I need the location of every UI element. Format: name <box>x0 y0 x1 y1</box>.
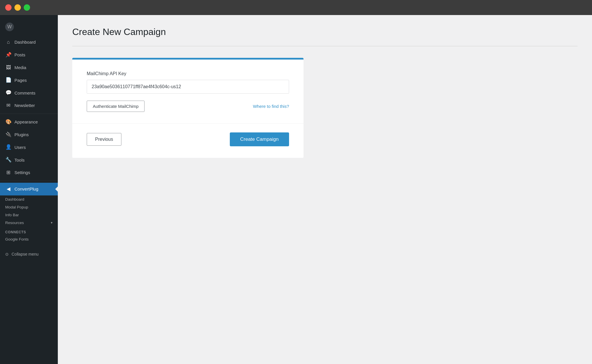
sidebar-item-comments[interactable]: 💬 Comments <box>0 86 58 99</box>
title-divider <box>72 46 578 46</box>
comments-icon: 💬 <box>5 89 12 96</box>
plugins-icon: 🔌 <box>5 131 12 138</box>
sidebar-item-tools[interactable]: 🔧 Tools <box>0 154 58 166</box>
sidebar-item-convertplug[interactable]: ◀ ConvertPlug <box>0 183 58 195</box>
campaign-card: MailChimp API Key Authenticate MailChimp… <box>72 58 304 158</box>
sidebar-divider-2 <box>0 181 58 181</box>
sidebar-item-settings[interactable]: ⊞ Settings <box>0 166 58 179</box>
app-container: W ⌂ Dashboard 📌 Posts 🖼 Media 📄 Pages 💬 … <box>0 15 592 364</box>
sub-label: Google Fonts <box>5 237 29 241</box>
sub-label: Resources <box>5 221 24 225</box>
api-key-label: MailChimp API Key <box>87 71 289 76</box>
card-body: MailChimp API Key Authenticate MailChimp… <box>72 60 304 123</box>
sidebar-item-users[interactable]: 👤 Users <box>0 141 58 154</box>
authenticate-button[interactable]: Authenticate MailChimp <box>87 101 145 112</box>
sub-label: Modal Popup <box>5 205 28 209</box>
collapse-label: Collapse menu <box>12 252 38 256</box>
maximize-button[interactable] <box>24 4 30 11</box>
sidebar-item-label: Media <box>14 64 26 71</box>
settings-icon: ⊞ <box>5 169 12 176</box>
pages-icon: 📄 <box>5 77 12 84</box>
convertplug-icon: ◀ <box>5 186 12 193</box>
sidebar-item-label: Settings <box>14 169 30 175</box>
sidebar-logo: W <box>0 18 58 36</box>
api-key-input[interactable] <box>87 80 289 94</box>
collapse-menu-button[interactable]: ⊙ Collapse menu <box>0 249 58 262</box>
sidebar-sub-info-bar[interactable]: Info Bar <box>0 211 58 219</box>
newsletter-icon: ✉ <box>5 102 12 109</box>
dashboard-icon: ⌂ <box>5 39 12 46</box>
page-title: Create New Campaign <box>72 27 578 37</box>
minimize-button[interactable] <box>14 4 21 11</box>
main-content: Create New Campaign MailChimp API Key Au… <box>58 15 592 364</box>
sidebar-item-media[interactable]: 🖼 Media <box>0 61 58 74</box>
create-campaign-button[interactable]: Create Campaign <box>230 132 289 146</box>
sidebar-item-label: Pages <box>14 77 27 83</box>
tools-icon: 🔧 <box>5 156 12 163</box>
sub-label: Dashboard <box>5 197 24 202</box>
sidebar-item-newsletter[interactable]: ✉ Newsletter <box>0 99 58 112</box>
footer-actions: Previous Create Campaign <box>72 123 304 158</box>
posts-icon: 📌 <box>5 51 12 58</box>
sidebar-item-label: Tools <box>14 157 25 163</box>
sidebar-item-pages[interactable]: 📄 Pages <box>0 74 58 86</box>
sidebar-item-posts[interactable]: 📌 Posts <box>0 49 58 61</box>
close-button[interactable] <box>5 4 12 11</box>
media-icon: 🖼 <box>5 64 12 71</box>
sidebar-item-label: Appearance <box>14 119 38 125</box>
sidebar-divider-1 <box>0 114 58 114</box>
sidebar-sub-modal-popup[interactable]: Modal Popup <box>0 203 58 211</box>
sidebar-item-dashboard[interactable]: ⌂ Dashboard <box>0 36 58 49</box>
sidebar-item-label: Comments <box>14 90 36 96</box>
wordpress-logo: W <box>5 23 14 31</box>
chevron-down-icon: ▾ <box>51 221 53 225</box>
connects-section-label: Connects <box>0 227 58 235</box>
sidebar-item-plugins[interactable]: 🔌 Plugins <box>0 128 58 141</box>
previous-button[interactable]: Previous <box>87 133 121 146</box>
sidebar-item-appearance[interactable]: 🎨 Appearance <box>0 116 58 128</box>
sidebar-item-label: Posts <box>14 52 25 58</box>
collapse-icon: ⊙ <box>5 252 9 256</box>
appearance-icon: 🎨 <box>5 119 12 125</box>
sub-label: Info Bar <box>5 213 19 217</box>
sidebar-sub-resources[interactable]: Resources ▾ <box>0 219 58 227</box>
sidebar-sub-cp-dashboard[interactable]: Dashboard <box>0 195 58 203</box>
sidebar-item-label: Dashboard <box>14 39 36 45</box>
card-actions: Authenticate MailChimp Where to find thi… <box>87 101 289 112</box>
users-icon: 👤 <box>5 144 12 151</box>
sidebar-item-label: Plugins <box>14 132 29 138</box>
sidebar-item-label: Users <box>14 144 26 150</box>
help-link[interactable]: Where to find this? <box>253 104 289 109</box>
sidebar: W ⌂ Dashboard 📌 Posts 🖼 Media 📄 Pages 💬 … <box>0 15 58 364</box>
sidebar-item-label: Newsletter <box>14 102 35 108</box>
sidebar-item-label: ConvertPlug <box>14 186 38 192</box>
sidebar-sub-google-fonts[interactable]: Google Fonts <box>0 235 58 243</box>
titlebar <box>0 0 592 15</box>
